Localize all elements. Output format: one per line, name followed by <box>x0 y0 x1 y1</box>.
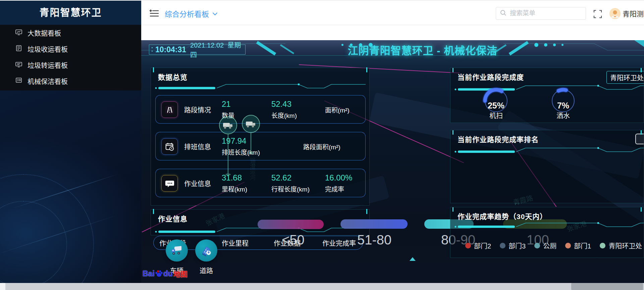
department-select-value: 青阳环卫处 <box>610 73 644 82</box>
metric-value: 52.43 <box>271 99 297 109</box>
legend-dot <box>600 243 605 248</box>
clock-time: 10:04:31 <box>155 45 186 54</box>
metric: 路段面积(m²) <box>303 142 340 151</box>
metric: 面积(m²) <box>325 105 350 114</box>
metric-value: 52.62 <box>271 173 310 183</box>
panel-header-decoration <box>454 222 644 229</box>
tab-work-completion[interactable]: 作业完成率 <box>322 238 356 248</box>
sidebar-item-waste-collect-board[interactable]: 垃圾收运看板 <box>0 41 141 57</box>
sidebar-header: 青阳智慧环卫 <box>0 0 141 25</box>
gauge-label: 机扫 <box>476 111 516 120</box>
dashboard: 张家港 锡澄运河 青霞路 张家港 10:04:31 2021.12.02 星期四 <box>141 40 644 283</box>
dashboard-header-band: 10:04:31 2021.12.02 星期四 江阴青阳智慧环卫 - 机械化保洁 <box>141 40 644 56</box>
map-legend-pill-lt50 <box>258 220 324 229</box>
metric-label: 面积(m²) <box>325 105 350 114</box>
panel-header-decoration <box>454 147 644 154</box>
metric: 52.43 长度(km) <box>271 99 297 120</box>
gauge-readout: 7% 洒水 <box>543 101 583 120</box>
user-menu[interactable]: 青阳测试 <box>609 7 644 19</box>
gauge-value: 25% <box>476 101 516 111</box>
baidu-logo-text: Bai <box>143 269 155 278</box>
app-root: 青阳智慧环卫 大数据看板 垃圾收运看板 垃圾转运看板 <box>0 0 644 290</box>
horizontal-scrollbar-thumb[interactable] <box>571 283 643 290</box>
baidu-logo-text: du <box>163 269 173 278</box>
topbar: 综合分析看板 青阳测试 <box>141 0 644 25</box>
fullscreen-icon[interactable] <box>593 10 602 18</box>
dashboard-title: 江阴青阳智慧环卫 - 机械化保洁 <box>329 42 517 57</box>
map-toggle-vehicle[interactable] <box>166 239 188 262</box>
metric: 16.00% 完成率 <box>325 173 352 193</box>
map-legend-label: 51-80 <box>357 232 391 247</box>
legend-label: 部门1 <box>574 241 591 250</box>
metric: 52.62 行程长度(km) <box>271 173 310 193</box>
username: 青阳测试 <box>623 8 644 18</box>
gauge-value: 7% <box>543 101 583 111</box>
legend-dot <box>565 243 571 248</box>
search-box[interactable] <box>496 7 586 20</box>
metric-value: 21 <box>222 99 234 109</box>
legend-item[interactable]: 部门3 <box>500 241 526 250</box>
sidebar-item-mechanical-clean-board[interactable]: 机械保洁看板 <box>0 73 141 89</box>
collapse-menu-icon[interactable] <box>149 9 159 17</box>
baidu-logo-text: 地图 <box>173 269 187 279</box>
card-label: 排班信息 <box>184 141 211 151</box>
sidebar: 青阳智慧环卫 大数据看板 垃圾收运看板 垃圾转运看板 <box>0 0 141 290</box>
metric-label: 里程(km) <box>222 184 247 193</box>
legend-item[interactable]: 部门1 <box>565 241 591 250</box>
overview-card-work: 作业信息 31.68 里程(km) 52.62 行程长度(km) 16.00% … <box>155 169 366 197</box>
clock-box: 10:04:31 2021.12.02 星期四 <box>149 45 246 55</box>
schedule-icon <box>161 138 178 155</box>
sidebar-background-art <box>0 90 141 290</box>
mechanical-clean-board-icon <box>15 77 28 85</box>
avatar <box>609 8 621 19</box>
overview-card-road: 路段情况 21 数量 52.43 长度(km) 面积(m²) <box>155 95 366 124</box>
search-input[interactable] <box>510 10 577 17</box>
card-label: 路段情况 <box>184 104 211 114</box>
scrollbar-corner <box>0 283 5 290</box>
ranking-select[interactable] <box>635 134 644 144</box>
horizontal-scrollbar-track[interactable] <box>5 283 644 290</box>
overview-card-schedule: 排班信息 197.94 排班长度(km) 路段面积(m²) <box>155 132 366 160</box>
metric-label: 路段面积(m²) <box>303 142 340 151</box>
legend-item[interactable]: 青阳环卫处 <box>600 241 642 250</box>
vehicle-map-marker[interactable] <box>242 115 260 156</box>
clock-decoration-dots <box>152 47 153 54</box>
vehicle-map-marker[interactable] <box>219 116 237 178</box>
sidebar-item-bigdata-board[interactable]: 大数据看板 <box>0 25 141 41</box>
completion-panel: 当前作业路段完成度 青阳环卫处 25% 机扫 <box>450 68 644 123</box>
board-selector-label: 综合分析看板 <box>165 8 209 19</box>
legend-item[interactable]: 部门2 <box>465 241 491 250</box>
map-triangle-marker <box>410 257 416 261</box>
app-title: 青阳智慧环卫 <box>0 1 141 25</box>
legend-dot <box>465 243 471 248</box>
tab-work-mileage[interactable]: 作业里程 <box>222 238 249 248</box>
map-legend-label: <50 <box>282 232 305 247</box>
panel-title: 当前作业路段完成度 <box>458 72 524 82</box>
road-3d-icon <box>200 244 213 257</box>
panel-title: 数据总览 <box>158 72 187 82</box>
panel-title: 作业完成率趋势（30天内） <box>458 211 547 221</box>
overview-panel: 数据总览 路段情况 21 数量 52.43 长度(km) <box>151 68 370 206</box>
map-legend-pill-51-80 <box>340 219 408 229</box>
map-toggle-road[interactable] <box>195 239 217 262</box>
legend-label: 公厕 <box>543 241 556 250</box>
sidebar-item-label: 垃圾收运看板 <box>28 44 68 54</box>
sidebar-item-waste-transfer-board[interactable]: 垃圾转运看板 <box>0 57 141 73</box>
gauge-label: 洒水 <box>543 111 583 120</box>
trend-panel: 作业完成率趋势（30天内） 部门2 部门3 公厕 <box>450 207 644 258</box>
sidebar-item-label: 机械保洁看板 <box>28 76 68 86</box>
trend-legend: 部门2 部门3 公厕 部门1 青阳环卫处 <box>465 241 642 250</box>
sidebar-menu: 大数据看板 垃圾收运看板 垃圾转运看板 机械保洁看板 <box>0 25 141 90</box>
search-icon <box>500 10 506 17</box>
legend-label: 部门2 <box>474 241 491 250</box>
panel-header-decoration <box>154 83 366 90</box>
card-label: 作业信息 <box>184 178 211 188</box>
legend-label: 部门3 <box>508 241 526 250</box>
gauge-readout: 25% 机扫 <box>476 101 516 120</box>
legend-item[interactable]: 公厕 <box>534 241 556 250</box>
legend-label: 青阳环卫处 <box>608 241 642 250</box>
department-select[interactable]: 青阳环卫处 <box>606 71 644 84</box>
waste-transfer-board-icon <box>15 61 28 69</box>
board-selector[interactable]: 综合分析看板 <box>165 8 218 19</box>
metric-label: 行程长度(km) <box>271 184 310 193</box>
